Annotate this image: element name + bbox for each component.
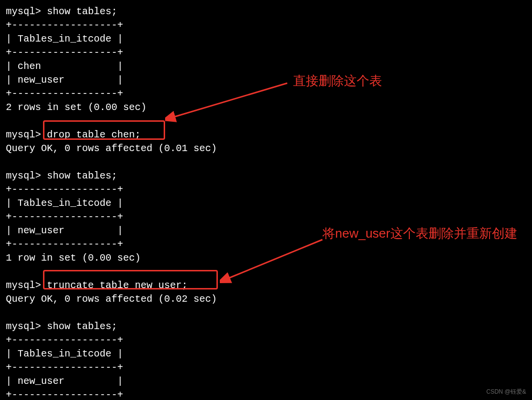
watermark: CSDN @钰爱& bbox=[486, 388, 526, 396]
terminal-line bbox=[6, 156, 526, 169]
terminal-line: +------------------+ bbox=[6, 183, 526, 197]
terminal-line: Query OK, 0 rows affected (0.01 sec) bbox=[6, 142, 526, 156]
terminal-line bbox=[6, 306, 526, 320]
terminal-line: mysql> truncate table new_user; bbox=[6, 279, 526, 292]
terminal-line bbox=[6, 265, 526, 279]
terminal-line: | chen | bbox=[6, 60, 526, 73]
terminal-line: | Tables_in_itcode | bbox=[6, 32, 526, 46]
terminal-line: mysql> show tables; bbox=[6, 169, 526, 183]
terminal-line: +------------------+ bbox=[6, 388, 526, 400]
terminal-line bbox=[6, 114, 526, 128]
annotation-drop-table: 直接删除这个表 bbox=[293, 72, 382, 89]
terminal-line: +------------------+ bbox=[6, 87, 526, 101]
annotation-truncate-table: 将new_user这个表删除并重新创建 bbox=[322, 225, 528, 242]
terminal-line: | Tables_in_itcode | bbox=[6, 347, 526, 361]
terminal-line: | Tables_in_itcode | bbox=[6, 197, 526, 210]
terminal-line: | new_user | bbox=[6, 73, 526, 87]
terminal-line: mysql> drop table chen; bbox=[6, 128, 526, 142]
terminal-line: +------------------+ bbox=[6, 19, 526, 32]
terminal-line: mysql> show tables; bbox=[6, 320, 526, 333]
terminal-line: 2 rows in set (0.00 sec) bbox=[6, 101, 526, 114]
terminal-line: +------------------+ bbox=[6, 210, 526, 224]
terminal-line: mysql> show tables; bbox=[6, 5, 526, 19]
terminal-line: +------------------+ bbox=[6, 361, 526, 375]
terminal-line: | new_user | bbox=[6, 375, 526, 388]
terminal-line: Query OK, 0 rows affected (0.02 sec) bbox=[6, 292, 526, 306]
terminal-output: mysql> show tables;+------------------+|… bbox=[6, 5, 526, 400]
terminal-line: 1 row in set (0.00 sec) bbox=[6, 251, 526, 265]
terminal-line: +------------------+ bbox=[6, 333, 526, 347]
terminal-line: +------------------+ bbox=[6, 46, 526, 60]
